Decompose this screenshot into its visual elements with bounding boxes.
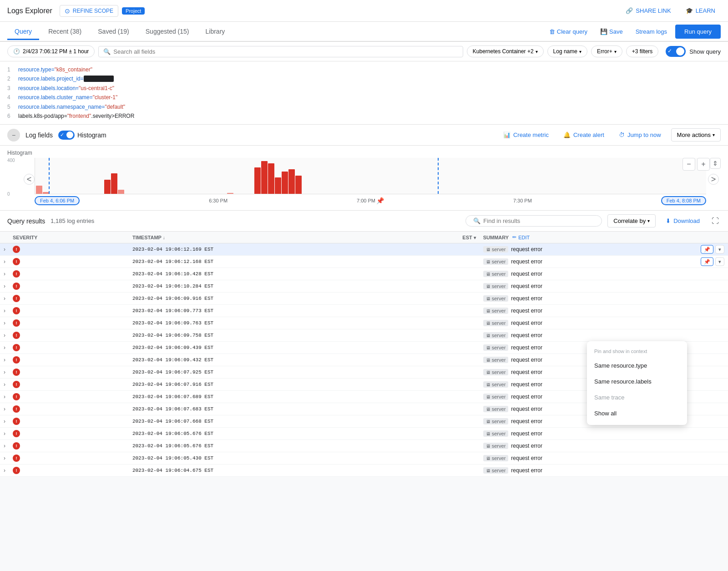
run-query-button[interactable]: Run query (675, 25, 721, 39)
tab-query[interactable]: Query (7, 24, 39, 40)
expand-cell[interactable]: › (0, 280, 9, 293)
kubernetes-filter-chip[interactable]: Kubernetes Container +2 ▾ (467, 45, 544, 57)
more-filters-chip[interactable]: +3 filters (626, 45, 659, 57)
expand-cell[interactable]: › (0, 379, 9, 391)
create-metric-button[interactable]: 📊 Create metric (499, 129, 553, 141)
expand-icon[interactable]: › (4, 332, 5, 339)
table-row[interactable]: › ! 2023-02-04 19:06:05.676 EST 🖥 server… (0, 440, 728, 452)
show-query-toggle[interactable]: ✓ (666, 46, 686, 57)
expand-cell[interactable]: › (0, 243, 9, 256)
table-row[interactable]: › ! 2023-02-04 19:06:09.916 EST 🖥 server… (0, 293, 728, 305)
expand-cell[interactable]: › (0, 391, 9, 403)
tab-suggested[interactable]: Suggested (15) (138, 24, 197, 40)
toggle-knob (676, 47, 684, 56)
correlate-by-button[interactable]: Correlate by ▾ (607, 214, 656, 227)
search-box[interactable]: 🔍 (98, 46, 463, 57)
table-row[interactable]: › ! 2023-02-04 19:06:10.428 EST 🖥 server… (0, 268, 728, 280)
fullscreen-button[interactable]: ⛶ (710, 215, 721, 227)
create-alert-button[interactable]: 🔔 Create alert (559, 129, 609, 141)
table-row[interactable]: › ! 2023-02-04 19:06:09.758 EST 🖥 server… (0, 329, 728, 342)
expand-cell[interactable]: › (0, 403, 9, 415)
expand-icon[interactable]: › (4, 418, 5, 424)
tab-recent[interactable]: Recent (38) (41, 24, 89, 40)
expand-icon[interactable]: › (4, 381, 5, 388)
expand-icon[interactable]: › (4, 283, 5, 289)
find-in-results[interactable]: 🔍 (465, 215, 602, 227)
save-button[interactable]: 💾 Save (596, 25, 627, 38)
col-timestamp[interactable]: TIMESTAMP ↓ (129, 232, 459, 243)
histogram-nav-right[interactable]: > (708, 174, 719, 185)
table-row[interactable]: › ! 2023-02-04 19:06:04.675 EST 🖥 server… (0, 465, 728, 477)
expand-icon[interactable]: › (4, 430, 5, 437)
expand-cell[interactable]: › (0, 305, 9, 317)
histogram-toggle[interactable]: ✓ Histogram (58, 131, 106, 140)
table-row[interactable]: › ! 2023-02-04 19:06:09.773 EST 🖥 server… (0, 305, 728, 317)
pin-row-button[interactable]: 📌 (701, 245, 713, 254)
zoom-out-button[interactable]: − (682, 158, 695, 171)
summary-cell: 🖥 server request error (480, 329, 728, 342)
refine-scope-button[interactable]: ⊙ REFINE SCOPE (60, 5, 118, 17)
expand-histogram-button[interactable]: ⇕ (710, 158, 721, 169)
expand-icon[interactable]: › (4, 357, 5, 363)
expand-cell[interactable]: › (0, 415, 9, 428)
expand-icon[interactable]: › (4, 369, 5, 375)
expand-icon[interactable]: › (4, 394, 5, 400)
table-row[interactable]: › ! 2023-02-04 19:06:05.676 EST 🖥 server… (0, 428, 728, 440)
expand-icon[interactable]: › (4, 246, 5, 253)
expand-cell[interactable]: › (0, 329, 9, 342)
chevron-down-icon: ▾ (647, 218, 650, 223)
expand-cell[interactable]: › (0, 342, 9, 354)
table-row[interactable]: › ! 2023-02-04 19:06:12.169 EST 🖥 server… (0, 243, 728, 256)
search-input[interactable] (113, 48, 458, 55)
edit-column-button[interactable]: ✏ EDIT (512, 234, 530, 240)
find-in-results-input[interactable] (483, 217, 594, 224)
expand-icon[interactable]: › (4, 308, 5, 314)
expand-cell[interactable]: › (0, 268, 9, 280)
context-menu-item-resource-type[interactable]: Same resource.type (587, 358, 687, 374)
expand-row-button-2[interactable]: ▾ (715, 258, 724, 266)
stream-logs-button[interactable]: Stream logs (631, 25, 672, 38)
share-link-button[interactable]: 🔗 SHARE LINK (620, 5, 676, 17)
clear-query-button[interactable]: 🗑 Clear query (545, 25, 592, 38)
expand-icon[interactable]: › (4, 406, 5, 412)
download-button[interactable]: ⬇ Download (661, 215, 704, 227)
expand-row-button[interactable]: ▾ (715, 245, 724, 254)
tab-library[interactable]: Library (198, 24, 233, 40)
context-menu-item-resource-labels[interactable]: Same resource.labels (587, 374, 687, 389)
expand-icon[interactable]: › (4, 258, 5, 265)
context-menu-item-show-all[interactable]: Show all (587, 405, 687, 421)
hide-panel-button[interactable]: − (7, 129, 20, 141)
table-row[interactable]: › ! 2023-02-04 19:06:10.284 EST 🖥 server… (0, 280, 728, 293)
more-actions-button[interactable]: More actions ▾ (671, 128, 721, 141)
time-range-button[interactable]: 🕐 2/4/23 7:06:12 PM ± 1 hour (7, 45, 95, 57)
expand-cell[interactable]: › (0, 317, 9, 329)
expand-icon[interactable]: › (4, 443, 5, 449)
table-row[interactable]: › ! 2023-02-04 19:06:09.763 EST 🖥 server… (0, 317, 728, 329)
expand-icon[interactable]: › (4, 271, 5, 277)
expand-cell[interactable]: › (0, 452, 9, 465)
expand-cell[interactable]: › (0, 366, 9, 379)
expand-icon[interactable]: › (4, 344, 5, 351)
table-row[interactable]: › ! 2023-02-04 19:06:05.430 EST 🖥 server… (0, 452, 728, 465)
expand-icon[interactable]: › (4, 320, 5, 326)
tab-saved[interactable]: Saved (19) (91, 24, 136, 40)
histogram-nav-left[interactable]: < (24, 174, 35, 185)
expand-cell[interactable]: › (0, 256, 9, 268)
zoom-in-button[interactable]: + (697, 158, 710, 171)
col-est[interactable]: EST ▾ (459, 232, 479, 243)
expand-cell[interactable]: › (0, 465, 9, 477)
pin-row-button-2[interactable]: 📌 (701, 258, 713, 266)
expand-cell[interactable]: › (0, 293, 9, 305)
expand-cell[interactable]: › (0, 440, 9, 452)
learn-button[interactable]: 🎓 LEARN (680, 5, 721, 17)
error-filter-chip[interactable]: Error+ ▾ (591, 45, 622, 57)
expand-icon[interactable]: › (4, 455, 5, 461)
table-row[interactable]: › ! 2023-02-04 19:06:12.168 EST 🖥 server… (0, 256, 728, 268)
expand-icon[interactable]: › (4, 467, 5, 474)
jump-to-now-button[interactable]: ⏱ Jump to now (614, 129, 666, 141)
log-name-filter-chip[interactable]: Log name ▾ (547, 45, 587, 57)
expand-cell[interactable]: › (0, 428, 9, 440)
expand-cell[interactable]: › (0, 354, 9, 366)
histogram-toggle-switch[interactable]: ✓ (58, 131, 75, 140)
expand-icon[interactable]: › (4, 295, 5, 302)
